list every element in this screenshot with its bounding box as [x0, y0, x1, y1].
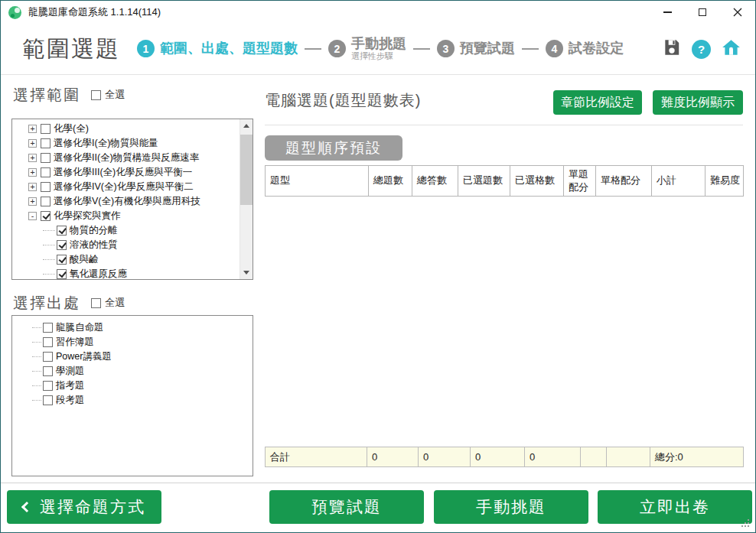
tree-item-label[interactable]: 選修化學V(全)有機化學與應用科技 [54, 195, 200, 208]
step-1: 1 範圍、出處、題型題數 [137, 40, 298, 57]
back-to-mode-label: 選擇命題方式 [40, 496, 145, 518]
expand-icon[interactable]: + [28, 139, 37, 148]
tree-item: + 選修化學I(全)物質與能量 [12, 136, 240, 151]
tree-item-checkbox[interactable] [57, 255, 67, 265]
tree-item-label[interactable]: 化學(全) [54, 122, 89, 135]
source-item-checkbox[interactable] [43, 395, 53, 405]
minimize-icon [663, 11, 672, 13]
manual-pick-button[interactable]: 手動挑題 [434, 490, 588, 524]
tree-item-label[interactable]: 選修化學IV(全)化學反應與平衡二 [54, 180, 194, 193]
source-item-checkbox[interactable] [43, 366, 53, 376]
app-window: 龍騰題庫命題系統 1.1.14(114) 範圍選題 1 範圍、出處、題型題數 2… [0, 0, 756, 533]
step-3-label: 預覽試題 [460, 41, 515, 57]
source-select-all-checkbox[interactable] [91, 298, 101, 308]
col-header-points-per-question: 單題配分 [564, 166, 596, 197]
expand-icon[interactable]: + [28, 183, 37, 191]
source-item-label[interactable]: 龍騰自命題 [56, 321, 104, 334]
home-icon [721, 37, 741, 57]
tree-item-checkbox[interactable] [41, 197, 51, 206]
tree-item-label[interactable]: 選修化學III(全)化學反應與平衡一 [54, 166, 192, 179]
source-item-label[interactable]: 習作簿題 [56, 336, 94, 349]
scroll-down-button[interactable] [240, 266, 253, 279]
tree-item-checkbox[interactable] [41, 211, 51, 221]
summary-selected-cells: 0 [525, 447, 581, 467]
tree-item-label[interactable]: 選修化學II(全)物質構造與反應速率 [54, 151, 199, 164]
scope-tree-box: + 化學(全) + 選修化學I(全)物質與能量 + 選修化學II(全)物質構造與… [11, 119, 253, 280]
bottom-divider [1, 483, 755, 483]
source-select-all-label: 全選 [105, 296, 125, 310]
scroll-up-button[interactable] [240, 119, 253, 132]
back-to-mode-button[interactable]: 選擇命題方式 [7, 490, 161, 524]
source-item-label[interactable]: Power講義題 [56, 350, 112, 363]
tree-item-checkbox[interactable] [57, 226, 67, 236]
maximize-icon [699, 8, 706, 16]
question-order-button[interactable]: 題型順序預設 [265, 135, 402, 161]
expand-icon[interactable]: + [28, 125, 37, 133]
source-select-all: 全選 [91, 296, 125, 310]
page-title: 範圍選題 [22, 34, 120, 65]
source-item-label[interactable]: 指考題 [56, 379, 85, 392]
step-3: 3 預覽試題 [437, 40, 515, 57]
tree-item-label[interactable]: 溶液的性質 [70, 239, 118, 252]
chevron-down-icon [243, 271, 249, 275]
close-button[interactable] [720, 1, 755, 24]
list-item: 指考題 [12, 379, 253, 393]
source-item-checkbox[interactable] [43, 381, 53, 391]
col-header-question-type: 題型 [266, 166, 369, 197]
summary-row: 合計 0 0 0 0 總分:0 [265, 447, 744, 467]
step-1-number: 1 [137, 40, 155, 57]
maximize-button[interactable] [685, 1, 720, 24]
preview-questions-button[interactable]: 預覽試題 [269, 490, 424, 524]
col-header-total-answers: 總答數 [412, 166, 458, 197]
resize-grip[interactable] [741, 519, 751, 528]
tree-item-label[interactable]: 物質的分離 [70, 224, 118, 237]
tree-item-label[interactable]: 化學探究與實作 [54, 210, 121, 223]
tree-item: + 選修化學III(全)化學反應與平衡一 [12, 165, 240, 180]
source-item-label[interactable]: 學測題 [56, 365, 85, 378]
source-item-label[interactable]: 段考題 [56, 394, 85, 407]
tree-item-checkbox[interactable] [41, 182, 51, 192]
summary-label: 合計 [266, 447, 367, 467]
scrollbar-thumb[interactable] [240, 135, 253, 205]
expand-icon[interactable]: + [28, 168, 37, 177]
wizard-steps: 1 範圍、出處、題型題數 2 手動挑題 選擇性步驟 3 預覽試題 [137, 37, 624, 62]
difficulty-ratio-button[interactable]: 難度比例顯示 [653, 90, 743, 115]
expand-icon[interactable]: + [28, 154, 37, 162]
titlebar: 龍騰題庫命題系統 1.1.14(114) [1, 1, 755, 24]
generate-paper-button[interactable]: 立即出卷 [598, 490, 752, 524]
source-item-checkbox[interactable] [43, 323, 53, 333]
tree-item-label[interactable]: 選修化學I(全)物質與能量 [54, 137, 158, 150]
source-title: 選擇出處 [13, 293, 80, 314]
col-header-points-per-cell: 單格配分 [596, 166, 652, 197]
source-item-checkbox[interactable] [43, 352, 53, 362]
list-item: 龍騰自命題 [12, 320, 253, 335]
col-header-selected-cells: 已選格數 [510, 166, 564, 197]
tree-item-checkbox[interactable] [57, 269, 67, 279]
help-button[interactable]: ? [692, 40, 711, 59]
scope-tree-scrollbar[interactable] [240, 119, 253, 279]
computer-selection-title: 電腦選題(題型題數表) [265, 90, 421, 111]
step-separator [305, 48, 321, 50]
tree-item-checkbox[interactable] [41, 124, 51, 134]
save-button[interactable] [662, 37, 682, 60]
home-button[interactable] [721, 37, 741, 60]
tree-item-label[interactable]: 氧化還原反應 [70, 268, 127, 279]
step-4-number: 4 [546, 40, 563, 57]
scope-select-all-checkbox[interactable] [91, 90, 101, 100]
save-icon [662, 37, 682, 57]
summary-per-cell [607, 447, 650, 467]
close-icon [733, 8, 742, 17]
tree-item: 物質的分離 [12, 223, 240, 238]
tree-item-checkbox[interactable] [41, 153, 51, 163]
source-item-checkbox[interactable] [43, 337, 53, 347]
question-mark-icon: ? [698, 43, 705, 56]
tree-item-checkbox[interactable] [41, 167, 51, 177]
expand-icon[interactable]: + [28, 197, 37, 206]
tree-item-checkbox[interactable] [41, 138, 51, 148]
chevron-left-icon [21, 502, 32, 512]
chapter-ratio-button[interactable]: 章節比例設定 [553, 90, 642, 115]
expand-icon[interactable]: - [28, 212, 37, 220]
minimize-button[interactable] [650, 1, 685, 24]
tree-item-label[interactable]: 酸與鹼 [70, 253, 99, 266]
tree-item-checkbox[interactable] [57, 240, 67, 250]
